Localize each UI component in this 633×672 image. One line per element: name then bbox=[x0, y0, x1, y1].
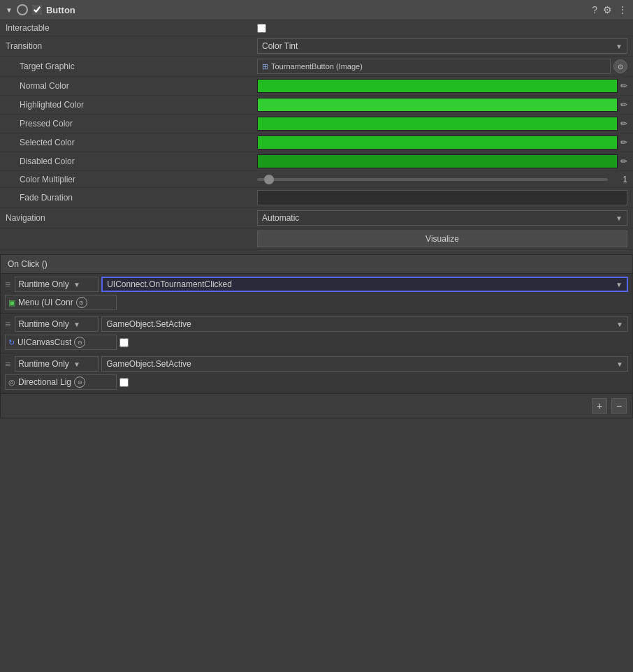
more-icon[interactable]: ⋮ bbox=[618, 4, 627, 15]
navigation-dropdown-text: Automatic bbox=[262, 213, 299, 223]
component-header-icons: ? ⚙ ⋮ bbox=[592, 4, 627, 15]
event-row-2-top: ≡ Runtime Only ▼ GameObject.SetActive ▼ bbox=[5, 356, 628, 372]
target-graphic-field[interactable]: ⊞ TournamentButton (Image) bbox=[257, 59, 611, 74]
transition-value: Color Tint ▼ bbox=[257, 38, 627, 54]
event-row-2-bottom: ◎ Directional Lig ⊙ bbox=[5, 374, 628, 390]
event-row-1-bottom: ↻ UICanvasCust ⊙ bbox=[5, 335, 628, 350]
component-title: Button bbox=[46, 5, 588, 15]
runtime-dropdown-2[interactable]: Runtime Only ▼ bbox=[15, 356, 99, 372]
event-row-1: ≡ Runtime Only ▼ GameObject.SetActive ▼ … bbox=[1, 314, 632, 353]
normal-color-label: Normal Color bbox=[6, 81, 257, 91]
function-dropdown-2-text: GameObject.SetActive bbox=[106, 359, 191, 369]
pressed-color-swatch[interactable] bbox=[257, 117, 618, 131]
event-checkbox-1[interactable] bbox=[119, 338, 129, 347]
event-object-1-name: UICanvasCust bbox=[17, 337, 71, 347]
component-circle-icon bbox=[17, 4, 28, 15]
selected-color-value: ✏ bbox=[257, 136, 627, 149]
event-object-2-icon: ◎ bbox=[8, 378, 15, 387]
fade-duration-input[interactable]: 0.1 bbox=[257, 190, 627, 205]
function-dropdown-0-text: UIConnect.OnTournamentClicked bbox=[107, 279, 232, 289]
pressed-color-label: Pressed Color bbox=[6, 119, 257, 129]
runtime-dropdown-1-arrow-icon: ▼ bbox=[73, 321, 80, 328]
runtime-dropdown-2-text: Runtime Only bbox=[18, 359, 69, 369]
event-row-1-top: ≡ Runtime Only ▼ GameObject.SetActive ▼ bbox=[5, 316, 628, 332]
runtime-dropdown-1[interactable]: Runtime Only ▼ bbox=[15, 316, 99, 332]
drag-handle-1-icon[interactable]: ≡ bbox=[5, 319, 10, 330]
disabled-color-swatch[interactable] bbox=[257, 154, 618, 168]
onclick-header: On Click () bbox=[1, 255, 632, 274]
selected-color-swatch[interactable] bbox=[257, 136, 618, 149]
pressed-color-value: ✏ bbox=[257, 117, 627, 131]
color-multiplier-slider-row: 1 bbox=[257, 175, 627, 184]
visualize-row: Visualize bbox=[0, 228, 633, 250]
event-checkbox-2[interactable] bbox=[119, 378, 129, 387]
function-dropdown-2-arrow-icon: ▼ bbox=[616, 360, 623, 368]
disabled-color-row: Disabled Color ✏ bbox=[0, 152, 633, 171]
onclick-section: On Click () ≡ Runtime Only ▼ UIConnect.O… bbox=[0, 254, 633, 418]
normal-color-value: ✏ bbox=[257, 79, 627, 93]
drag-handle-0-icon[interactable]: ≡ bbox=[5, 279, 10, 290]
event-object-field-0[interactable]: ▣ Menu (UI Conr ⊙ bbox=[5, 295, 117, 310]
disabled-color-pencil-icon[interactable]: ✏ bbox=[620, 156, 627, 166]
interactable-label: Interactable bbox=[6, 23, 257, 33]
interactable-checkbox[interactable] bbox=[257, 24, 266, 33]
fade-duration-row: Fade Duration 0.1 bbox=[0, 188, 633, 208]
component-enabled-checkbox[interactable] bbox=[32, 5, 42, 15]
target-graphic-name: TournamentButton (Image) bbox=[271, 62, 606, 71]
selected-color-swatch-row: ✏ bbox=[257, 136, 627, 149]
navigation-row: Navigation Automatic ▼ bbox=[0, 208, 633, 228]
highlighted-color-label: Highlighted Color bbox=[6, 100, 257, 110]
add-event-button[interactable]: + bbox=[592, 398, 607, 414]
highlighted-color-swatch[interactable] bbox=[257, 98, 618, 112]
selected-color-pencil-icon[interactable]: ✏ bbox=[620, 138, 627, 147]
event-object-0-icon: ▣ bbox=[8, 298, 15, 307]
runtime-dropdown-0[interactable]: Runtime Only ▼ bbox=[15, 277, 99, 292]
highlighted-color-pencil-icon[interactable]: ✏ bbox=[620, 100, 627, 110]
disabled-color-label: Disabled Color bbox=[6, 156, 257, 166]
color-multiplier-slider-value: 1 bbox=[613, 175, 627, 184]
runtime-dropdown-0-text: Runtime Only bbox=[18, 279, 69, 289]
transition-label: Transition bbox=[6, 41, 257, 51]
runtime-dropdown-2-arrow-icon: ▼ bbox=[73, 360, 80, 368]
function-dropdown-2[interactable]: GameObject.SetActive ▼ bbox=[101, 356, 628, 372]
event-object-2-picker-icon[interactable]: ⊙ bbox=[74, 377, 85, 388]
normal-color-pencil-icon[interactable]: ✏ bbox=[620, 81, 627, 91]
fade-duration-value: 0.1 bbox=[257, 190, 627, 205]
drag-handle-2-icon[interactable]: ≡ bbox=[5, 358, 10, 370]
settings-icon[interactable]: ⚙ bbox=[603, 4, 612, 15]
collapse-arrow-icon[interactable]: ▼ bbox=[6, 6, 13, 14]
event-object-1-picker-icon[interactable]: ⊙ bbox=[74, 337, 85, 348]
transition-row: Transition Color Tint ▼ bbox=[0, 36, 633, 57]
event-object-0-name: Menu (UI Conr bbox=[18, 298, 73, 307]
inspector-panel: Interactable Transition Color Tint ▼ Tar… bbox=[0, 20, 633, 418]
transition-dropdown-text: Color Tint bbox=[262, 41, 298, 51]
color-multiplier-thumb[interactable] bbox=[264, 175, 274, 184]
navigation-value: Automatic ▼ bbox=[257, 210, 627, 226]
function-dropdown-0[interactable]: UIConnect.OnTournamentClicked ▼ bbox=[101, 277, 628, 292]
visualize-button[interactable]: Visualize bbox=[257, 231, 627, 247]
navigation-dropdown-arrow-icon: ▼ bbox=[616, 214, 623, 222]
help-icon[interactable]: ? bbox=[592, 4, 597, 15]
visualize-value: Visualize bbox=[257, 231, 627, 247]
event-object-field-2[interactable]: ◎ Directional Lig ⊙ bbox=[5, 374, 117, 390]
normal-color-swatch[interactable] bbox=[257, 79, 618, 93]
function-dropdown-0-arrow-icon: ▼ bbox=[616, 281, 623, 288]
color-multiplier-row: Color Multiplier 1 bbox=[0, 171, 633, 188]
event-object-field-1[interactable]: ↻ UICanvasCust ⊙ bbox=[5, 335, 117, 350]
normal-color-row: Normal Color ✏ bbox=[0, 77, 633, 96]
transition-dropdown[interactable]: Color Tint ▼ bbox=[257, 38, 627, 54]
runtime-dropdown-1-text: Runtime Only bbox=[18, 319, 69, 329]
color-multiplier-value: 1 bbox=[257, 175, 627, 184]
event-object-2-name: Directional Lig bbox=[18, 377, 71, 387]
highlighted-color-swatch-row: ✏ bbox=[257, 98, 627, 112]
function-dropdown-1-text: GameObject.SetActive bbox=[106, 319, 191, 329]
remove-event-button[interactable]: − bbox=[611, 398, 627, 414]
function-dropdown-1[interactable]: GameObject.SetActive ▼ bbox=[101, 316, 628, 332]
event-object-0-picker-icon[interactable]: ⊙ bbox=[76, 297, 87, 308]
target-graphic-icon: ⊞ bbox=[262, 62, 268, 71]
pressed-color-pencil-icon[interactable]: ✏ bbox=[620, 119, 627, 129]
bottom-bar: + − bbox=[1, 393, 632, 418]
component-checkbox-input[interactable] bbox=[32, 5, 42, 15]
navigation-dropdown[interactable]: Automatic ▼ bbox=[257, 210, 627, 226]
target-graphic-picker-icon[interactable]: ⊙ bbox=[613, 59, 627, 73]
